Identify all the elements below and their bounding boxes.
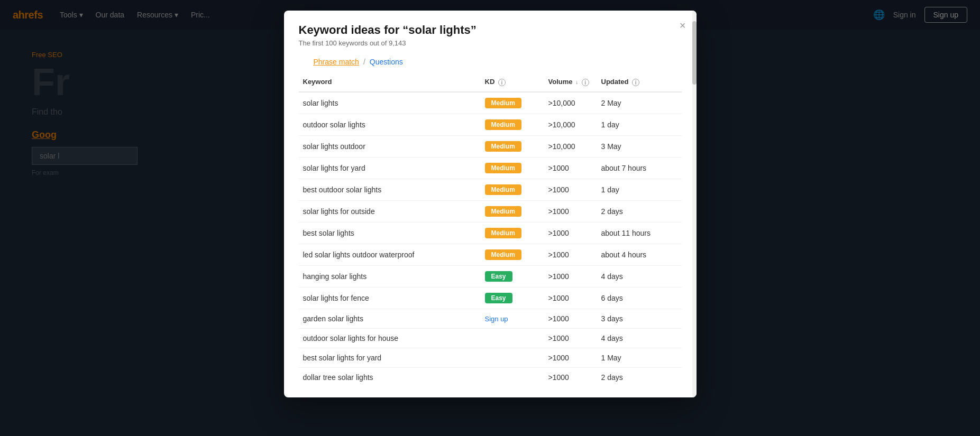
- modal-title: Keyword ideas for “solar lights”: [299, 23, 682, 37]
- cell-volume: >1000: [544, 328, 597, 348]
- cell-updated: 2 days: [597, 367, 682, 387]
- table-row: best outdoor solar lightsMedium>10001 da…: [299, 179, 682, 200]
- table-row: dollar tree solar lights>10002 days: [299, 367, 682, 387]
- cell-kd: Medium: [481, 244, 544, 265]
- kd-badge-medium: Medium: [485, 163, 521, 173]
- cell-keyword: dollar tree solar lights: [299, 367, 481, 387]
- modal-tabs: Phrase match / Questions: [299, 55, 682, 68]
- cell-kd: Easy: [481, 287, 544, 309]
- volume-sort-icon[interactable]: ↓: [575, 79, 578, 85]
- col-header-updated: Updated i: [597, 72, 682, 92]
- cell-kd: [481, 367, 544, 387]
- table-row: hanging solar lightsEasy>10004 days: [299, 265, 682, 287]
- cell-volume: >10,000: [544, 135, 597, 157]
- kd-badge-medium: Medium: [485, 119, 521, 130]
- kd-badge-medium: Medium: [485, 228, 521, 238]
- modal-body: Keyword KD i Volume ↓ i Updated: [284, 68, 697, 397]
- table-header-row: Keyword KD i Volume ↓ i Updated: [299, 72, 682, 92]
- cell-volume: >10,000: [544, 92, 597, 114]
- cell-keyword: garden solar lights: [299, 309, 481, 328]
- cell-updated: 4 days: [597, 265, 682, 287]
- cell-keyword: best solar lights: [299, 222, 481, 244]
- cell-kd: Medium: [481, 135, 544, 157]
- table-row: solar lightsMedium>10,0002 May: [299, 92, 682, 114]
- signup-link[interactable]: Sign up: [485, 315, 508, 323]
- cell-volume: >1000: [544, 348, 597, 367]
- cell-kd: Medium: [481, 92, 544, 114]
- kd-badge-easy: Easy: [485, 271, 512, 282]
- cell-kd: Medium: [481, 179, 544, 200]
- cell-volume: >1000: [544, 309, 597, 328]
- cell-kd: Medium: [481, 157, 544, 179]
- cell-updated: 4 days: [597, 328, 682, 348]
- col-header-kd: KD i: [481, 72, 544, 92]
- cell-updated: 2 May: [597, 92, 682, 114]
- kd-badge-medium: Medium: [485, 206, 521, 217]
- keyword-ideas-modal: Keyword ideas for “solar lights” The fir…: [284, 11, 697, 397]
- cell-updated: 2 days: [597, 200, 682, 222]
- cell-kd: Easy: [481, 265, 544, 287]
- cell-kd: [481, 348, 544, 367]
- kd-badge-easy: Easy: [485, 293, 512, 303]
- cell-keyword: solar lights for fence: [299, 287, 481, 309]
- scroll-thumb: [692, 21, 697, 85]
- table-row: solar lights for fenceEasy>10006 days: [299, 287, 682, 309]
- close-button[interactable]: ×: [680, 20, 686, 31]
- cell-updated: about 11 hours: [597, 222, 682, 244]
- cell-kd[interactable]: Sign up: [481, 309, 544, 328]
- modal-subtitle: The first 100 keywords out of 9,143: [299, 39, 682, 47]
- cell-updated: 3 May: [597, 135, 682, 157]
- table-row: outdoor solar lights for house>10004 day…: [299, 328, 682, 348]
- cell-keyword: solar lights for outside: [299, 200, 481, 222]
- updated-info-icon: i: [632, 79, 639, 86]
- table-row: outdoor solar lightsMedium>10,0001 day: [299, 114, 682, 135]
- cell-kd: Medium: [481, 114, 544, 135]
- cell-keyword: led solar lights outdoor waterproof: [299, 244, 481, 265]
- modal-header: Keyword ideas for “solar lights” The fir…: [284, 11, 697, 68]
- table-row: solar lights outdoorMedium>10,0003 May: [299, 135, 682, 157]
- modal-overlay: Keyword ideas for “solar lights” The fir…: [0, 0, 980, 436]
- tab-separator: /: [363, 58, 365, 66]
- cell-volume: >1000: [544, 367, 597, 387]
- cell-updated: about 7 hours: [597, 157, 682, 179]
- cell-keyword: outdoor solar lights: [299, 114, 481, 135]
- cell-keyword: outdoor solar lights for house: [299, 328, 481, 348]
- cell-updated: 3 days: [597, 309, 682, 328]
- cell-keyword: solar lights outdoor: [299, 135, 481, 157]
- cell-updated: 6 days: [597, 287, 682, 309]
- cell-keyword: best solar lights for yard: [299, 348, 481, 367]
- cell-updated: 1 May: [597, 348, 682, 367]
- tab-phrase-match[interactable]: Phrase match: [314, 55, 359, 68]
- table-row: garden solar lightsSign up>10003 days: [299, 309, 682, 328]
- col-header-volume: Volume ↓ i: [544, 72, 597, 92]
- table-row: solar lights for outsideMedium>10002 day…: [299, 200, 682, 222]
- cell-volume: >1000: [544, 179, 597, 200]
- col-header-keyword: Keyword: [299, 72, 481, 92]
- table-row: best solar lights for yard>10001 May: [299, 348, 682, 367]
- kd-badge-medium: Medium: [485, 98, 521, 108]
- cell-keyword: hanging solar lights: [299, 265, 481, 287]
- table-row: led solar lights outdoor waterproofMediu…: [299, 244, 682, 265]
- cell-kd: Medium: [481, 222, 544, 244]
- kd-badge-medium: Medium: [485, 249, 521, 260]
- keyword-table: Keyword KD i Volume ↓ i Updated: [299, 72, 682, 387]
- table-row: solar lights for yardMedium>1000about 7 …: [299, 157, 682, 179]
- table-body: solar lightsMedium>10,0002 Mayoutdoor so…: [299, 92, 682, 387]
- cell-volume: >1000: [544, 265, 597, 287]
- kd-info-icon: i: [498, 79, 506, 86]
- kd-badge-medium: Medium: [485, 184, 521, 195]
- cell-keyword: solar lights for yard: [299, 157, 481, 179]
- cell-updated: 1 day: [597, 114, 682, 135]
- cell-volume: >1000: [544, 222, 597, 244]
- cell-updated: about 4 hours: [597, 244, 682, 265]
- kd-badge-medium: Medium: [485, 141, 521, 152]
- cell-volume: >1000: [544, 200, 597, 222]
- cell-volume: >1000: [544, 287, 597, 309]
- scroll-bar: [692, 11, 697, 397]
- cell-keyword: best outdoor solar lights: [299, 179, 481, 200]
- cell-volume: >1000: [544, 157, 597, 179]
- tab-questions[interactable]: Questions: [370, 55, 403, 68]
- cell-kd: [481, 328, 544, 348]
- cell-updated: 1 day: [597, 179, 682, 200]
- cell-keyword: solar lights: [299, 92, 481, 114]
